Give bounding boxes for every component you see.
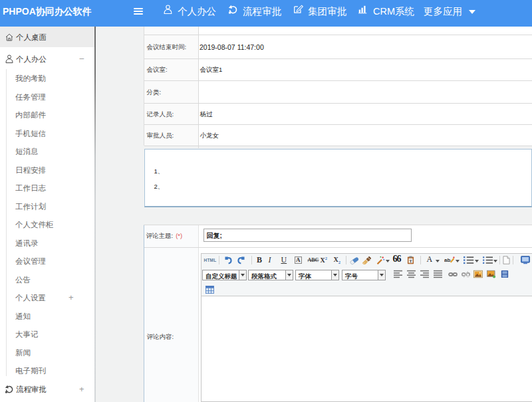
svg-text:ab: ab xyxy=(444,257,450,263)
svg-text:T: T xyxy=(409,259,412,263)
